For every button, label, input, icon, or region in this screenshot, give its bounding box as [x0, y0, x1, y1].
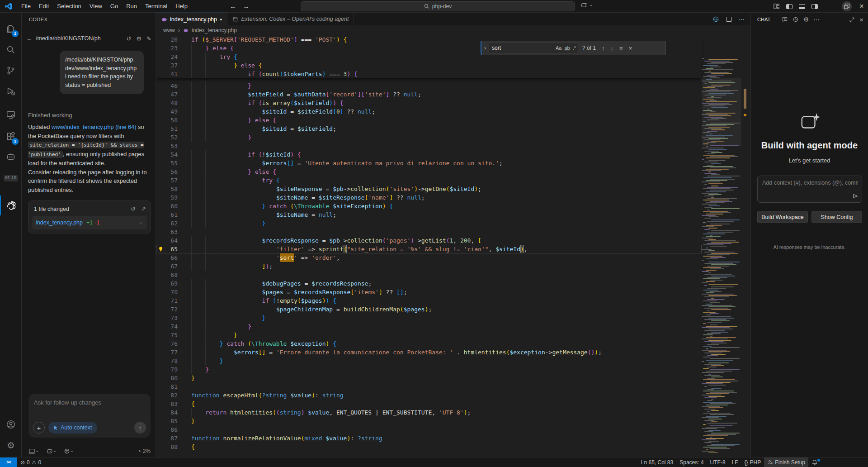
code-line-56[interactable]: 56} else { [156, 167, 702, 176]
line-number[interactable]: 55 [156, 159, 191, 167]
menu-item-terminal[interactable]: Terminal [141, 1, 171, 11]
sidebar-item-run-debug[interactable] [0, 81, 22, 101]
account-icon[interactable] [0, 415, 22, 434]
undo-icon[interactable]: ↺ [131, 205, 136, 212]
code-line-49[interactable]: 49$siteId = $siteField[0] ?? null; [156, 107, 702, 116]
cursor-position[interactable]: Ln 65, Col 83 [638, 457, 676, 467]
menu-item-go[interactable]: Go [106, 1, 122, 11]
line-number[interactable]: 57 [156, 176, 191, 185]
line-number[interactable]: 82 [156, 391, 191, 400]
new-task-icon[interactable]: ✎ [146, 35, 151, 42]
line-number[interactable]: 48 [156, 99, 191, 107]
code-line-77[interactable]: 77$errors[] = 'Errore durante la comunic… [156, 348, 702, 357]
code-line-46[interactable]: 46} [156, 81, 702, 90]
line-number[interactable]: 59 [156, 193, 191, 202]
whole-word-icon[interactable]: ab [564, 45, 570, 51]
code-line-88[interactable]: 88{ [156, 443, 702, 451]
code-line-76[interactable]: 76} catch (\Throwable $exception) { [156, 339, 702, 348]
line-number[interactable]: 53 [156, 142, 191, 150]
code-line-85[interactable]: 85} [156, 417, 702, 425]
sidebar-item-explorer[interactable]: 1 [0, 19, 22, 39]
more-actions-icon[interactable]: ⋯ [813, 16, 819, 23]
code-line-81[interactable]: 81 [156, 382, 702, 391]
more-actions-icon[interactable]: ⋯ [739, 16, 745, 23]
line-number[interactable]: 84 [156, 408, 191, 417]
line-number[interactable]: 49 [156, 107, 191, 116]
line-number[interactable]: 50 [156, 116, 191, 124]
menu-item-selection[interactable]: Selection [53, 1, 85, 11]
tab-codex-extension[interactable]: Extension: Codex – OpenAI's coding agent [227, 13, 354, 25]
line-number[interactable]: 60 [156, 202, 191, 210]
code-line-63[interactable]: 63 [156, 228, 702, 236]
finish-setup-button[interactable]: Finish Setup [764, 457, 808, 467]
copilot-menu[interactable]: › [581, 2, 592, 9]
line-number[interactable]: 51 [156, 124, 191, 133]
close-button[interactable]: × [855, 0, 868, 13]
line-number[interactable]: 52 [156, 133, 191, 142]
line-number[interactable]: 71 [156, 296, 191, 305]
notifications-bell-icon[interactable] [808, 457, 821, 467]
overview-ruler[interactable] [741, 35, 750, 453]
customize-layout-icon[interactable] [770, 0, 783, 13]
sidebar-item-remote-explorer[interactable] [0, 105, 22, 125]
environment-icon[interactable] [28, 448, 35, 454]
file-link[interactable]: www/index_tenancy.php (line 64) [52, 124, 137, 130]
line-number[interactable]: 75 [156, 331, 191, 339]
line-number[interactable]: 78 [156, 357, 191, 365]
close-find-icon[interactable]: × [629, 45, 632, 52]
line-number[interactable]: 79 [156, 365, 191, 374]
code-line-87[interactable]: 87function normalizeRelationValue(mixed … [156, 434, 702, 443]
code-line-41[interactable]: 41if (count($tokenParts) === 3) { [156, 70, 702, 78]
line-number[interactable]: 83 [156, 400, 191, 408]
code-line-70[interactable]: 70$pages = $recordsResponse['items'] ?? … [156, 288, 702, 296]
find-query[interactable]: sort [492, 45, 553, 51]
find-in-selection-icon[interactable]: ≡ [619, 45, 623, 52]
send-chat-icon[interactable]: ⊳ [852, 192, 858, 200]
code-line-67[interactable]: 67]); [156, 262, 702, 271]
line-number[interactable]: 41 [156, 70, 191, 78]
toggle-primary-sidebar-icon[interactable] [783, 0, 796, 13]
line-number[interactable]: 87 [156, 434, 191, 443]
minimap[interactable] [702, 58, 741, 453]
line-number[interactable]: 61 [156, 210, 191, 219]
indentation[interactable]: Spaces: 4 [676, 457, 707, 467]
lightbulb-icon[interactable] [158, 246, 164, 252]
code-line-82[interactable]: 82function escapeHtml(?string $value): s… [156, 391, 702, 400]
breadcrumb-folder[interactable]: www [163, 27, 175, 33]
chat-input[interactable]: Add context (#), extensions (@), commar … [757, 176, 862, 203]
expand-panel-icon[interactable] [849, 17, 855, 23]
problems-indicator[interactable]: ⊘0 ⚠0 [17, 457, 44, 467]
show-config-button[interactable]: Show Config [811, 211, 862, 223]
code-line-59[interactable]: 59$siteName = $siteResponse['name'] ?? n… [156, 193, 702, 202]
line-number[interactable]: 80 [156, 374, 191, 382]
build-workspace-button[interactable]: Build Workspace [757, 211, 808, 223]
menu-item-file[interactable]: File [17, 1, 35, 11]
maximize-button[interactable] [842, 1, 852, 11]
line-number[interactable]: 77 [156, 348, 191, 357]
menu-item-run[interactable]: Run [122, 1, 141, 11]
code-line-51[interactable]: 51$siteId = $siteField; [156, 124, 702, 133]
changed-file-name[interactable]: index_tenancy.php [36, 219, 83, 226]
command-center-search[interactable]: php-dev [301, 1, 575, 11]
code-line-80[interactable]: 80} [156, 374, 702, 382]
minimize-button[interactable]: – [826, 0, 838, 13]
close-panel-icon[interactable]: × [859, 16, 863, 24]
remote-indicator[interactable]: >< [0, 457, 17, 467]
breadcrumb-file[interactable]: index_tenancy.php [192, 27, 237, 33]
code-line-47[interactable]: 47$siteField = $authData['record']['site… [156, 90, 702, 99]
code-line-83[interactable]: 83{ [156, 400, 702, 408]
tab-chat[interactable]: CHAT [757, 13, 770, 26]
find-previous-icon[interactable]: ↑ [602, 45, 605, 52]
code-line-64[interactable]: 64$recordsResponse = $pb->collection('pa… [156, 236, 702, 245]
open-diff-icon[interactable]: ↗ [141, 205, 146, 212]
menu-item-help[interactable]: Help [171, 1, 192, 11]
line-number[interactable]: 68 [156, 271, 191, 279]
encoding[interactable]: UTF-8 [707, 457, 729, 467]
line-number[interactable]: 65 [156, 245, 191, 253]
open-in-browser-icon[interactable] [712, 16, 719, 23]
line-number[interactable]: 74 [156, 322, 191, 331]
back-icon[interactable]: ← [26, 35, 32, 42]
sidebar-item-source-control[interactable] [0, 61, 22, 81]
code-line-71[interactable]: 71if (!empty($pages)) { [156, 296, 702, 305]
code-line-79[interactable]: 79} [156, 365, 702, 374]
